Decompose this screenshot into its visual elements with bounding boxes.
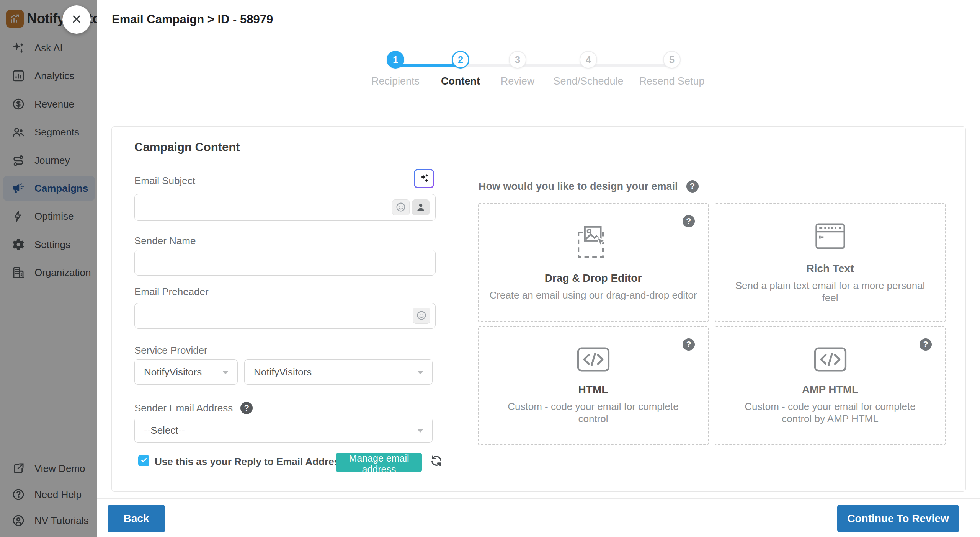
option-help-icon[interactable]: ? [920, 338, 932, 351]
provider-account-select[interactable]: NotifyVisitors [244, 359, 433, 385]
step-number: 4 [586, 54, 591, 65]
close-icon [70, 13, 83, 27]
person-icon [415, 202, 426, 214]
modal-overlay[interactable] [0, 0, 97, 537]
email-campaign-drawer: Email Campaign > ID - 58979 1 2 3 4 5 Re… [97, 0, 980, 537]
divider [112, 164, 965, 164]
design-option-drag-drop[interactable]: ? Drag & Drop Editor Create an email usi… [478, 203, 709, 322]
email-subject-label: Email Subject [134, 175, 195, 187]
sender-name-input[interactable] [134, 250, 436, 276]
step-1-label[interactable]: Recipients [371, 75, 420, 87]
drawer-header: Email Campaign > ID - 58979 [97, 0, 980, 39]
step-number: 5 [669, 54, 675, 65]
emoji-icon [395, 201, 407, 214]
design-heading: How would you like to design your email [479, 181, 678, 193]
emoji-picker-button[interactable] [392, 199, 410, 215]
ai-sparkles-icon [418, 172, 430, 185]
design-option-amp-html[interactable]: ? AMP HTML Custom - code your email for … [715, 326, 946, 445]
option-title: Rich Text [807, 263, 854, 275]
step-3-label[interactable]: Review [501, 75, 535, 87]
section-title: Campaign Content [134, 140, 240, 154]
option-description: Custom - code your email for complete co… [742, 400, 918, 425]
option-title: AMP HTML [802, 384, 858, 396]
emoji-icon [416, 310, 427, 322]
step-2-circle[interactable]: 2 [452, 51, 469, 69]
amp-html-code-icon [812, 346, 849, 374]
step-number: 2 [458, 54, 463, 65]
selected-sender-email: --Select-- [144, 424, 185, 436]
drag-drop-editor-icon [574, 223, 612, 263]
chevron-down-icon [222, 371, 229, 374]
design-option-html[interactable]: ? HTML Custom - code your email for comp… [478, 326, 709, 445]
sender-email-label: Sender Email Address [134, 402, 233, 414]
option-description: Create an email using our drag-and-drop … [490, 289, 697, 302]
back-button[interactable]: Back [108, 505, 165, 532]
selected-provider: NotifyVisitors [144, 366, 202, 378]
drawer-footer: Back Continue To Review [97, 498, 980, 537]
step-4-circle[interactable]: 4 [580, 51, 597, 69]
rich-text-icon [812, 220, 848, 253]
step-connector-done [395, 64, 461, 67]
option-title: HTML [578, 384, 608, 396]
step-4-label[interactable]: Send/Schedule [553, 75, 623, 87]
step-number: 3 [515, 54, 520, 65]
email-preheader-input[interactable] [134, 303, 436, 329]
step-connector [461, 64, 518, 67]
sender-name-label: Sender Name [134, 235, 196, 247]
emoji-picker-button[interactable] [413, 308, 430, 324]
step-3-circle[interactable]: 3 [509, 51, 526, 69]
chevron-down-icon [417, 371, 424, 374]
step-connector [588, 64, 672, 67]
campaign-content-card: Campaign Content Email Subject Sende [111, 126, 966, 492]
campaign-stepper: 1 2 3 4 5 Recipients Content Review Send… [97, 39, 980, 116]
continue-to-review-button[interactable]: Continue To Review [837, 505, 959, 532]
close-drawer-button[interactable] [62, 5, 91, 34]
design-heading-row: How would you like to design your email … [479, 180, 699, 193]
step-1-circle[interactable]: 1 [387, 51, 404, 69]
design-option-rich-text[interactable]: Rich Text Send a plain text email for a … [715, 203, 946, 322]
step-5-label[interactable]: Resend Setup [639, 75, 704, 87]
step-number: 1 [393, 54, 398, 65]
step-2-label[interactable]: Content [441, 75, 480, 87]
email-preheader-label: Email Preheader [134, 286, 209, 298]
step-5-circle[interactable]: 5 [663, 51, 681, 69]
check-icon [140, 456, 148, 465]
option-description: Custom - code your email for complete co… [505, 400, 681, 425]
html-code-icon [575, 346, 612, 374]
ai-assist-button[interactable] [414, 169, 434, 188]
reply-to-checkbox-label[interactable]: Use this as your Reply to Email Address [155, 456, 345, 468]
option-description: Send a plain text email for a more perso… [727, 279, 934, 304]
selected-provider-account: NotifyVisitors [254, 366, 312, 378]
page-title: Email Campaign > ID - 58979 [112, 13, 273, 26]
chevron-down-icon [417, 429, 424, 433]
reply-to-checkbox[interactable] [138, 455, 149, 466]
app-screen: NotifyVisitors Ask AI Analytics Revenue … [0, 0, 980, 537]
option-help-icon[interactable]: ? [683, 338, 695, 351]
design-help-icon[interactable]: ? [686, 180, 699, 193]
email-subject-input[interactable] [134, 194, 436, 221]
sender-email-help-icon[interactable]: ? [240, 402, 253, 414]
step-connector [518, 64, 588, 67]
sender-email-select[interactable]: --Select-- [134, 418, 433, 443]
sender-email-label-row: Sender Email Address ? [134, 402, 253, 414]
option-title: Drag & Drop Editor [545, 272, 642, 284]
service-provider-select[interactable]: NotifyVisitors [134, 359, 238, 385]
refresh-icon[interactable] [430, 454, 443, 468]
service-provider-label: Service Provider [134, 344, 207, 356]
option-help-icon[interactable]: ? [683, 215, 695, 227]
manage-email-address-button[interactable]: Manage email address [336, 453, 422, 472]
personalize-button[interactable] [412, 199, 430, 215]
